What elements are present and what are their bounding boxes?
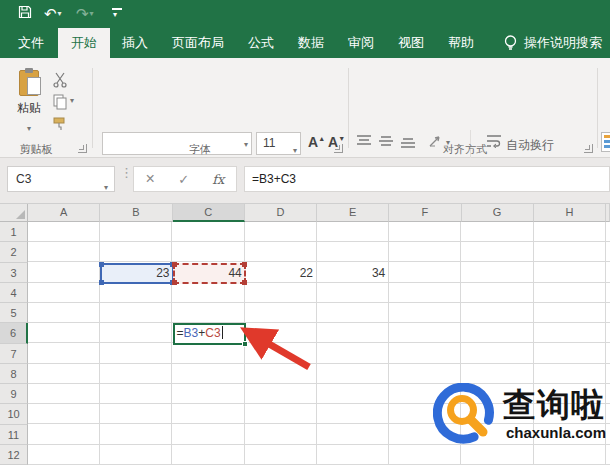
tab-page-layout[interactable]: 页面布局 — [160, 28, 236, 58]
column-header-d[interactable]: D — [245, 204, 317, 222]
row-header-8[interactable]: 8 — [0, 364, 28, 384]
select-all-button[interactable] — [0, 204, 28, 222]
alignment-group-label: 对齐方式 — [400, 142, 530, 157]
number-format-icon[interactable] — [601, 132, 610, 152]
formula-buttons: × ✓ fx — [133, 166, 237, 192]
font-size-value: 11 — [263, 136, 275, 150]
tab-review[interactable]: 审阅 — [338, 28, 384, 58]
tab-view[interactable]: 视图 — [388, 28, 434, 58]
column-header-b[interactable]: B — [100, 204, 172, 222]
row-header-2[interactable]: 2 — [0, 242, 28, 262]
formula-ref-b3: B3 — [184, 326, 199, 340]
insert-function-icon[interactable]: fx — [212, 172, 224, 187]
title-bar: ↶▾ ↷▾ ▾ — [0, 0, 610, 28]
ribbon: 粘贴 ▾ ▾ 剪贴板 ▾ 11▾ A▲ A▼ B I U ▾ ▾ ▾ — [0, 58, 610, 158]
cell-c3-value: 44 — [228, 265, 241, 282]
range-handle[interactable] — [172, 280, 177, 285]
formula-bar-resizer[interactable]: ⋮ — [120, 165, 133, 180]
tab-insert[interactable]: 插入 — [112, 28, 158, 58]
alignment-dialog-launcher-icon[interactable] — [584, 144, 593, 153]
undo-dropdown-icon[interactable]: ▾ — [58, 9, 62, 18]
column-header-e[interactable]: E — [317, 204, 389, 222]
cell-b3-value: 23 — [156, 265, 169, 282]
row-header-7[interactable]: 7 — [0, 344, 28, 364]
row-header-5[interactable]: 5 — [0, 303, 28, 323]
range-handle[interactable] — [99, 262, 104, 267]
column-header-c[interactable]: C — [173, 204, 245, 222]
row-header-10[interactable]: 10 — [0, 404, 28, 424]
gridlines — [28, 222, 610, 465]
tab-home[interactable]: 开始 — [58, 28, 110, 58]
formula-bar-input[interactable]: =B3+C3 — [244, 166, 610, 192]
name-box-dropdown-icon[interactable]: ▾ — [104, 176, 108, 200]
fill-handle[interactable] — [242, 341, 248, 347]
column-header-g[interactable]: G — [462, 204, 534, 222]
undo-button[interactable]: ↶▾ — [44, 4, 62, 24]
row-header-9[interactable]: 9 — [0, 384, 28, 404]
top-align-icon[interactable] — [356, 135, 372, 147]
range-handle[interactable] — [172, 262, 177, 267]
cell-e3[interactable]: 34 — [317, 263, 389, 283]
paste-button[interactable]: 粘贴 ▾ — [10, 70, 48, 142]
redo-button[interactable]: ↷▾ — [76, 4, 94, 24]
increase-font-size-button[interactable]: A▲ — [308, 134, 325, 150]
font-size-combobox[interactable]: 11▾ — [256, 132, 301, 155]
tab-formulas[interactable]: 公式 — [238, 28, 284, 58]
row-header-11[interactable]: 11 — [0, 425, 28, 445]
row-header-1[interactable]: 1 — [0, 222, 28, 242]
text-cursor — [222, 326, 223, 339]
formula-operator: = — [177, 326, 184, 340]
row-header-3[interactable]: 3 — [0, 263, 28, 283]
row-header-6[interactable]: 6 — [0, 323, 28, 343]
tab-data[interactable]: 数据 — [288, 28, 334, 58]
cut-icon[interactable] — [52, 72, 68, 88]
clipboard-dialog-launcher-icon[interactable] — [78, 144, 87, 153]
name-box[interactable]: C3 ▾ — [7, 166, 115, 192]
cell-d3[interactable]: 22 — [245, 263, 317, 283]
format-painter-icon[interactable] — [52, 116, 68, 132]
formula-text: =B3+C3 — [252, 172, 296, 186]
formula-strip: C3 ▾ ⋮ × ✓ fx =B3+C3 — [0, 158, 610, 204]
column-header-clipped — [606, 204, 610, 222]
font-dialog-launcher-icon[interactable] — [334, 144, 343, 153]
formula-ref-c3: C3 — [205, 326, 220, 340]
select-all-triangle-icon — [16, 210, 25, 219]
paste-label: 粘贴 — [10, 100, 48, 117]
middle-align-icon[interactable] — [378, 135, 394, 147]
clipboard-group-label: 剪贴板 — [6, 142, 66, 157]
cell-c3-reference-highlight[interactable]: 44 — [173, 263, 246, 284]
enter-icon[interactable]: ✓ — [178, 172, 189, 187]
paste-clipboard-icon — [19, 70, 39, 96]
customize-qat-icon[interactable]: ▾ — [112, 8, 122, 10]
cell-b3-reference-highlight[interactable]: 23 — [100, 263, 173, 284]
ribbon-tabs: 文件 开始 插入 页面布局 公式 数据 审阅 视图 帮助 操作说明搜索 — [0, 28, 610, 58]
row-header-12[interactable]: 12 — [0, 445, 28, 465]
column-header-h[interactable]: H — [534, 204, 606, 222]
worksheet-grid: A B C D E F G H 1 2 3 4 5 6 7 8 9 10 11 … — [0, 204, 610, 465]
column-header-f[interactable]: F — [389, 204, 461, 222]
range-handle[interactable] — [99, 280, 104, 285]
copy-icon[interactable] — [52, 94, 68, 110]
tell-me-lightbulb-icon[interactable] — [502, 34, 519, 52]
copy-dropdown-icon[interactable]: ▾ — [70, 96, 74, 105]
tab-file[interactable]: 文件 — [8, 28, 54, 58]
cancel-icon[interactable]: × — [146, 171, 155, 187]
row-header-4[interactable]: 4 — [0, 283, 28, 303]
cell-c6-edit[interactable]: =B3+C3 — [173, 323, 246, 344]
save-icon[interactable] — [18, 5, 32, 19]
redo-dropdown-icon[interactable]: ▾ — [90, 9, 94, 18]
column-header-a[interactable]: A — [28, 204, 100, 222]
font-group-label: 字体 — [160, 142, 240, 157]
tell-me-search[interactable]: 操作说明搜索 — [524, 28, 602, 58]
chevron-down-icon[interactable]: ▾ — [244, 140, 248, 149]
paste-dropdown-icon[interactable]: ▾ — [27, 124, 31, 133]
excel-window: ↶▾ ↷▾ ▾ 文件 开始 插入 页面布局 公式 数据 审阅 视图 帮助 操作说… — [0, 0, 610, 465]
name-box-value: C3 — [16, 172, 31, 186]
tab-help[interactable]: 帮助 — [438, 28, 484, 58]
